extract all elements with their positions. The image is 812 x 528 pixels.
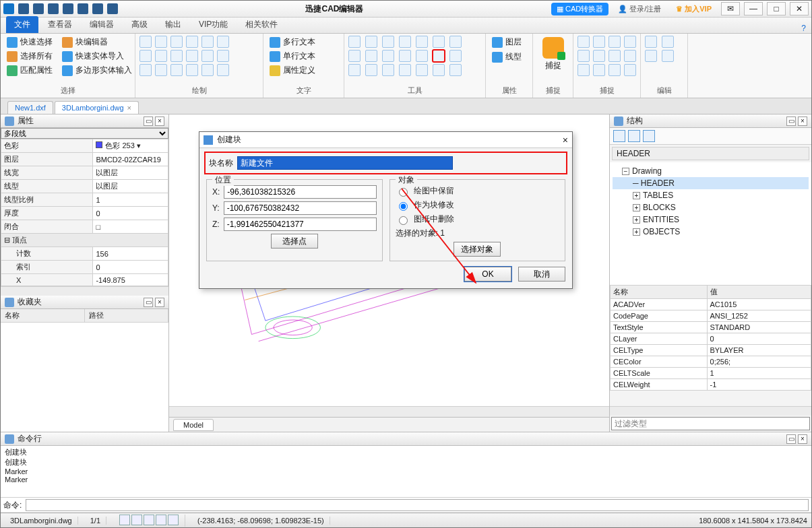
tree-node-tables[interactable]: +TABLES <box>613 189 809 201</box>
window-close[interactable]: ✕ <box>790 2 809 15</box>
model-tab[interactable]: Model <box>173 419 214 431</box>
snap-button[interactable]: 捕捉 <box>540 36 567 73</box>
menu-tab-output[interactable]: 输出 <box>157 16 189 33</box>
mail-icon[interactable]: ✉ <box>721 2 740 15</box>
select-objects-button[interactable]: 选择对象 <box>454 242 501 257</box>
grid-toggle-icon[interactable] <box>131 515 142 525</box>
tool-icon[interactable] <box>348 36 361 48</box>
object-fieldset: 对象 绘图中保留 作为块修改 图纸中删除 选择的对象: 1 选择对象 <box>389 179 566 261</box>
qat-open-icon[interactable] <box>33 3 44 14</box>
color-swatch <box>96 141 102 148</box>
prop-scroll[interactable] <box>1 286 168 296</box>
struct-btn-icon[interactable] <box>613 130 625 142</box>
ribbon-group-tools: 工具 <box>344 34 486 98</box>
panel-pin-icon[interactable]: ▭ <box>786 117 796 126</box>
structure-header-box: HEADER <box>612 147 809 160</box>
tree-node-entities[interactable]: +ENTITIES <box>613 213 809 226</box>
create-block-tool[interactable] <box>433 50 445 62</box>
file-tab-lamborgini[interactable]: 3DLamborgini.dwg× <box>55 101 139 114</box>
filter-type-input[interactable] <box>611 417 810 430</box>
polar-toggle-icon[interactable] <box>156 515 166 525</box>
mtext-icon <box>270 37 280 48</box>
menu-tab-advanced[interactable]: 高级 <box>123 16 156 33</box>
panel-pin-icon[interactable]: ▭ <box>144 117 153 126</box>
collapse-icon[interactable]: − <box>622 168 629 175</box>
expand-icon[interactable]: + <box>633 192 640 199</box>
dialog-close-icon[interactable]: × <box>563 135 568 145</box>
help-icon[interactable]: ? <box>801 24 806 33</box>
create-block-dialog: 创建块 × 块名称 位置 X: Y: Z: 选择点 对象 绘图中保留 作为块修 <box>199 131 573 289</box>
canvas-h-scroll[interactable] <box>169 406 609 417</box>
polygon-icon <box>62 65 73 76</box>
layout-tabs: Model <box>169 417 609 432</box>
dialog-titlebar[interactable]: 创建块 × <box>199 132 572 148</box>
cancel-button[interactable]: 取消 <box>518 267 565 282</box>
qat-saveas-icon[interactable] <box>63 3 73 14</box>
block-name-input[interactable] <box>237 156 453 170</box>
file-tabs: New1.dxf 3DLamborgini.dwg× <box>1 98 811 114</box>
cad-convert-button[interactable]: ▦CAD转换器 <box>551 3 608 15</box>
login-button[interactable]: 👤登录/注册 <box>613 3 666 15</box>
opt-convert[interactable]: 作为块修改 <box>396 199 560 211</box>
ok-button[interactable]: OK <box>464 267 511 282</box>
snap-toggle-icon[interactable] <box>119 515 130 525</box>
select-icon <box>7 37 18 48</box>
ribbon: 快速选择 块编辑器 选择所有 快速实体导入 匹配属性 多边形实体输入 选择 <box>1 34 811 98</box>
pos-y-input[interactable] <box>224 201 377 215</box>
qat-redo-icon[interactable] <box>107 3 118 14</box>
qat-save-icon[interactable] <box>48 3 59 14</box>
window-maximize[interactable]: □ <box>767 2 786 15</box>
quick-select-button[interactable]: 快速选择 <box>5 36 55 48</box>
panel-close-icon[interactable]: × <box>155 298 164 307</box>
delete-icon[interactable] <box>662 36 674 48</box>
menu-tab-file[interactable]: 文件 <box>6 16 38 33</box>
tree-node-blocks[interactable]: +BLOCKS <box>613 201 809 213</box>
panel-close-icon[interactable]: × <box>798 117 807 126</box>
opt-delete[interactable]: 图纸中删除 <box>396 213 560 225</box>
panel-pin-icon[interactable]: ▭ <box>786 434 796 444</box>
pos-z-input[interactable] <box>224 218 377 231</box>
attr-def-button[interactable]: 属性定义 <box>268 64 317 77</box>
tree-node-header[interactable]: ─ HEADER <box>613 177 809 189</box>
osnap-toggle-icon[interactable] <box>168 515 179 525</box>
linetype-button[interactable]: 线型 <box>490 51 524 63</box>
valtbl-scroll[interactable] <box>610 406 811 416</box>
menu-tab-editor[interactable]: 编辑器 <box>82 16 122 33</box>
entity-type-select[interactable]: 多段线 <box>1 128 168 139</box>
polygon-input-button[interactable]: 多边形实体输入 <box>60 64 134 77</box>
file-tab-new1[interactable]: New1.dxf <box>7 101 53 114</box>
opt-keep[interactable]: 绘图中保留 <box>396 185 560 197</box>
pick-point-button[interactable]: 选择点 <box>271 234 318 249</box>
qat-new-icon[interactable] <box>18 3 29 14</box>
panel-close-icon[interactable]: × <box>798 434 807 444</box>
menu-tab-vip[interactable]: VIP功能 <box>191 16 236 33</box>
singleline-text-button[interactable]: 单行文本 <box>268 50 317 63</box>
qat-undo-icon[interactable] <box>92 3 103 14</box>
tree-node-objects[interactable]: +OBJECTS <box>613 226 809 238</box>
multiline-text-button[interactable]: 多行文本 <box>268 36 317 48</box>
select-all-button[interactable]: 选择所有 <box>5 50 55 63</box>
pos-x-input[interactable] <box>224 185 376 199</box>
panel-close-icon[interactable]: × <box>155 117 164 126</box>
window-minimize[interactable]: — <box>744 2 763 15</box>
paste-icon[interactable] <box>645 36 657 48</box>
panel-pin-icon[interactable]: ▭ <box>144 298 153 307</box>
ribbon-group-snap: 捕捉 <box>573 34 641 98</box>
cut-icon[interactable] <box>645 50 657 62</box>
snap-opt-icon[interactable] <box>577 36 590 48</box>
menu-tab-related[interactable]: 相关软件 <box>237 16 286 33</box>
match-props-button[interactable]: 匹配属性 <box>5 64 55 77</box>
qat-print-icon[interactable] <box>77 3 88 14</box>
block-editor-button[interactable]: 块编辑器 <box>60 36 110 48</box>
layer-button[interactable]: 图层 <box>490 36 524 48</box>
draw-tool-icon[interactable] <box>139 36 152 48</box>
copy-icon[interactable] <box>662 50 674 62</box>
command-input[interactable] <box>26 499 809 511</box>
quick-import-button[interactable]: 快速实体导入 <box>60 50 126 63</box>
vip-button[interactable]: ♛加入VIP <box>670 3 717 15</box>
structure-tree[interactable]: −Drawing ─ HEADER +TABLES +BLOCKS +ENTIT… <box>610 162 811 285</box>
menu-tab-viewer[interactable]: 查看器 <box>40 16 80 33</box>
close-tab-icon[interactable]: × <box>127 104 131 112</box>
ribbon-group-draw: 绘制 <box>135 34 263 98</box>
ortho-toggle-icon[interactable] <box>144 515 154 525</box>
